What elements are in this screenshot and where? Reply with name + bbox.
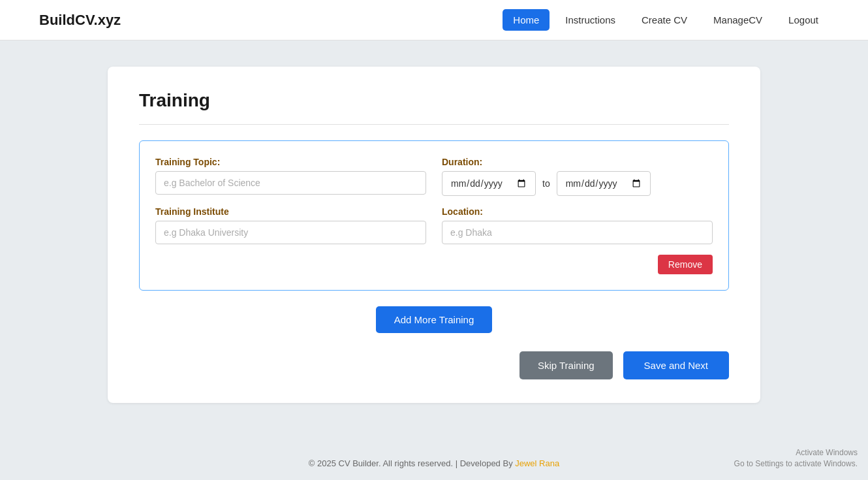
- nav-home[interactable]: Home: [503, 9, 550, 31]
- add-more-training-button[interactable]: Add More Training: [376, 306, 493, 333]
- training-card: Training Training Topic: Duration: to: [108, 67, 760, 403]
- training-topic-label: Training Topic:: [155, 157, 426, 167]
- windows-watermark: Activate Windows Go to Settings to activ…: [734, 447, 858, 470]
- skip-training-button[interactable]: Skip Training: [519, 351, 613, 379]
- remove-button[interactable]: Remove: [658, 255, 713, 274]
- form-row-2: Training Institute Location:: [155, 206, 713, 244]
- save-and-next-button[interactable]: Save and Next: [623, 351, 729, 379]
- nav-manage-cv[interactable]: ManageCV: [703, 9, 773, 31]
- watermark-line1: Activate Windows: [734, 447, 858, 458]
- duration-inputs: to: [442, 171, 713, 196]
- training-institute-label: Training Institute: [155, 206, 426, 217]
- section-divider: [139, 124, 729, 125]
- watermark-line2: Go to Settings to activate Windows.: [734, 458, 858, 470]
- form-row-1: Training Topic: Duration: to: [155, 157, 713, 196]
- training-topic-input[interactable]: [155, 171, 426, 195]
- nav-create-cv[interactable]: Create CV: [631, 9, 698, 31]
- duration-group: Duration: to: [442, 157, 713, 196]
- navbar: BuildCV.xyz Home Instructions Create CV …: [0, 0, 868, 40]
- remove-row: Remove: [155, 255, 713, 274]
- duration-from-input[interactable]: [442, 171, 536, 196]
- duration-to-input[interactable]: [557, 171, 651, 196]
- footer-author-link[interactable]: Jewel Rana: [515, 458, 559, 468]
- page-title: Training: [139, 90, 729, 111]
- training-institute-input[interactable]: [155, 221, 426, 244]
- action-row: Skip Training Save and Next: [139, 351, 729, 379]
- location-group: Location:: [442, 206, 713, 244]
- nav-instructions[interactable]: Instructions: [555, 9, 626, 31]
- brand-logo[interactable]: BuildCV.xyz: [39, 12, 121, 29]
- footer-text: © 2025 CV Builder. All rights reserved. …: [309, 458, 515, 468]
- location-input[interactable]: [442, 221, 713, 244]
- add-more-row: Add More Training: [139, 306, 729, 333]
- location-label: Location:: [442, 206, 713, 217]
- main-content: Training Training Topic: Duration: to: [0, 40, 868, 447]
- duration-to-label: to: [542, 178, 550, 189]
- training-topic-group: Training Topic:: [155, 157, 426, 196]
- nav-links: Home Instructions Create CV ManageCV Log…: [503, 9, 829, 31]
- training-institute-group: Training Institute: [155, 206, 426, 244]
- nav-logout[interactable]: Logout: [778, 9, 829, 31]
- training-entry-block: Training Topic: Duration: to Training In…: [139, 140, 729, 291]
- duration-label: Duration:: [442, 157, 713, 167]
